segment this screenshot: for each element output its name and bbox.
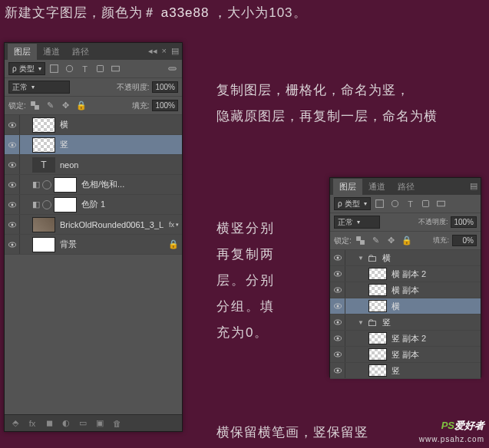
fx-icon[interactable]: fx — [26, 417, 38, 430]
layer-name[interactable]: 横 副本 2 — [392, 268, 426, 280]
layer-name[interactable]: 竖 副本 — [392, 349, 419, 361]
menu-icon[interactable]: ▤ — [470, 181, 477, 191]
opacity-value[interactable]: 100% — [451, 216, 477, 228]
visibility-toggle[interactable] — [5, 115, 20, 134]
tab-channels[interactable]: 通道 — [37, 44, 66, 60]
layer-name[interactable]: 色相/饱和... — [81, 179, 124, 190]
visibility-toggle[interactable] — [5, 195, 20, 214]
visibility-toggle[interactable] — [330, 363, 345, 378]
svg-point-22 — [392, 200, 398, 206]
visibility-toggle[interactable] — [5, 215, 20, 234]
layer-name[interactable]: 横 — [382, 252, 391, 264]
layer-name[interactable]: 竖 副本 2 — [392, 333, 426, 344]
layer-row[interactable]: ▼🗀竖 — [330, 315, 481, 331]
blend-mode[interactable]: 正常 — [334, 216, 380, 229]
visibility-toggle[interactable] — [5, 175, 20, 194]
filter-type[interactable]: ρ 类型 — [334, 197, 371, 210]
tab-layers[interactable]: 图层 — [8, 44, 37, 60]
opacity-value[interactable]: 100% — [152, 81, 178, 93]
expand-icon[interactable]: ▼ — [358, 319, 364, 326]
filter-pixel-icon[interactable] — [48, 63, 61, 75]
lock-all-icon[interactable]: 🔒 — [75, 100, 88, 112]
layer-row[interactable]: BrickOldRounded0061_3_Lfx▾ — [5, 215, 182, 235]
layer-row[interactable]: ◧色相/饱和... — [5, 175, 182, 195]
layer-name[interactable]: BrickOldRounded0061_3_L — [60, 220, 164, 229]
visibility-toggle[interactable] — [5, 135, 20, 154]
fill-label: 填充: — [433, 236, 449, 245]
filter-shape-icon[interactable] — [420, 198, 432, 210]
type-layer-thumb: T — [32, 157, 55, 173]
layer-name[interactable]: neon — [60, 160, 78, 170]
filter-smart-icon[interactable] — [435, 198, 448, 210]
layer-name[interactable]: 竖 — [60, 139, 68, 150]
menu-icon[interactable]: ▤ — [171, 46, 179, 56]
svg-point-10 — [11, 143, 13, 146]
trash-icon[interactable]: 🗑 — [111, 417, 123, 430]
visibility-toggle[interactable] — [5, 155, 20, 174]
close-icon[interactable]: × — [162, 46, 167, 56]
filter-toggle[interactable] — [166, 63, 178, 75]
expand-icon[interactable]: ▼ — [358, 255, 364, 262]
filter-adjust-icon[interactable] — [64, 63, 76, 75]
tab-paths[interactable]: 路径 — [66, 44, 95, 60]
layer-row[interactable]: 横 — [5, 115, 182, 135]
lock-transparency-icon[interactable] — [355, 235, 367, 247]
visibility-toggle[interactable] — [330, 331, 345, 346]
visibility-toggle[interactable] — [330, 266, 345, 282]
layer-row[interactable]: Tneon — [5, 155, 182, 175]
visibility-toggle[interactable] — [330, 298, 345, 314]
collapse-icon[interactable]: ◂◂ — [148, 46, 157, 56]
layer-row[interactable]: ▼🗀横 — [330, 250, 481, 266]
group-icon[interactable]: ▭ — [77, 417, 89, 430]
layer-row[interactable]: 竖 — [330, 363, 481, 379]
filter-pixel-icon[interactable] — [374, 198, 386, 210]
layer-row[interactable]: 竖 副本 2 — [330, 331, 481, 347]
layer-name[interactable]: 竖 — [382, 317, 391, 328]
lock-move-icon[interactable]: ✥ — [385, 235, 398, 247]
mask-icon[interactable]: ◼ — [43, 417, 55, 430]
layer-row[interactable]: ◧色阶 1 — [5, 195, 182, 215]
link-layers-icon[interactable]: ⬘ — [9, 417, 21, 430]
filter-type[interactable]: ρ 类型 — [8, 62, 45, 75]
layer-name[interactable]: 横 — [60, 119, 68, 130]
fill-value[interactable]: 0% — [452, 235, 477, 246]
fx-indicator[interactable]: fx▾ — [169, 221, 179, 229]
layer-name[interactable]: 背景 — [60, 239, 77, 250]
layer-row[interactable]: 横 — [330, 298, 481, 315]
lock-paint-icon[interactable]: ✎ — [45, 100, 57, 112]
blend-mode[interactable]: 正常 — [8, 81, 70, 94]
adjustment-icon[interactable]: ◐ — [60, 417, 72, 430]
link-cell — [345, 331, 358, 346]
layer-name[interactable]: 横 — [392, 301, 400, 312]
link-cell — [345, 282, 358, 298]
layer-name[interactable]: 横 副本 — [392, 285, 419, 296]
tab-layers[interactable]: 图层 — [333, 179, 362, 195]
fill-value[interactable]: 100% — [152, 100, 178, 111]
visibility-toggle[interactable] — [330, 282, 345, 298]
filter-type-icon[interactable]: T — [405, 198, 417, 210]
layer-row[interactable]: 竖 副本 — [330, 347, 481, 363]
layer-row[interactable]: 竖 — [5, 135, 182, 155]
visibility-toggle[interactable] — [330, 347, 345, 362]
filter-type-icon[interactable]: T — [79, 63, 91, 75]
svg-point-36 — [336, 321, 339, 324]
layer-row[interactable]: 横 副本 2 — [330, 266, 481, 282]
visibility-toggle[interactable] — [330, 250, 345, 265]
layer-row[interactable]: 横 副本 — [330, 282, 481, 298]
layer-name[interactable]: 竖 — [392, 365, 400, 377]
filter-smart-icon[interactable] — [110, 63, 122, 75]
filter-shape-icon[interactable] — [94, 63, 107, 75]
visibility-toggle[interactable] — [330, 315, 345, 330]
layer-row[interactable]: 背景🔒 — [5, 235, 182, 255]
layer-name[interactable]: 色阶 1 — [81, 199, 105, 210]
lock-paint-icon[interactable]: ✎ — [370, 235, 382, 247]
lock-move-icon[interactable]: ✥ — [60, 100, 72, 112]
lock-all-icon[interactable]: 🔒 — [401, 235, 413, 247]
folder-icon: 🗀 — [365, 317, 379, 328]
filter-adjust-icon[interactable] — [389, 198, 401, 210]
visibility-toggle[interactable] — [5, 235, 20, 254]
tab-paths[interactable]: 路径 — [392, 179, 421, 195]
new-layer-icon[interactable]: ▣ — [94, 417, 106, 430]
tab-channels[interactable]: 通道 — [362, 179, 392, 195]
lock-transparency-icon[interactable] — [29, 100, 41, 112]
